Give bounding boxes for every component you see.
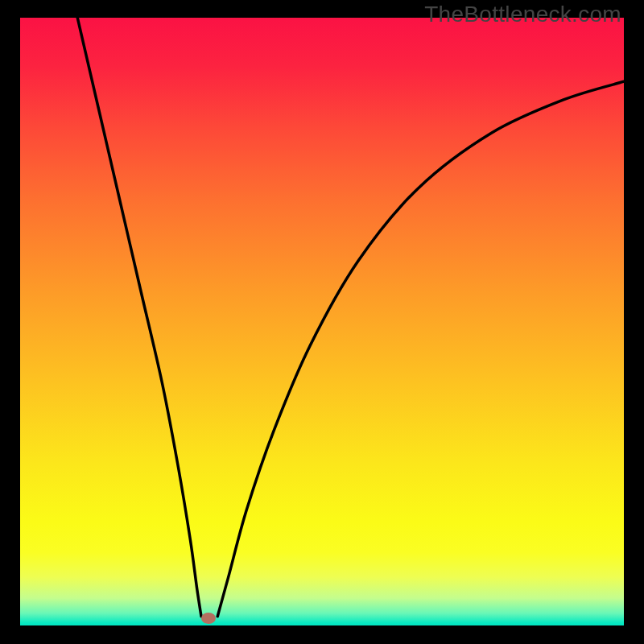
watermark-text: TheBottleneck.com [424, 2, 621, 27]
minimum-marker [201, 613, 216, 624]
chart-svg [20, 18, 624, 625]
chart-plot-area [20, 18, 624, 625]
